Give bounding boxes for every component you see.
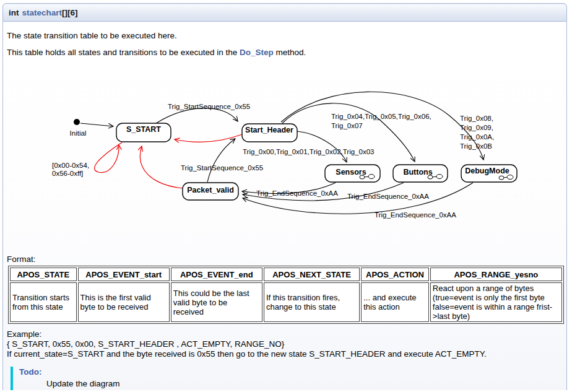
col-header-apos-range-yesno: APOS_RANGE_yesno xyxy=(430,268,562,281)
todo-text: Update the diagram xyxy=(46,379,563,388)
transition-sstart-to-startheader xyxy=(156,108,238,123)
label-to-debug-line4: Trig_0x0B xyxy=(460,142,492,150)
format-table: APOS_STATE APOS_EVENT_start APOS_EVENT_e… xyxy=(8,266,564,324)
label-error-range-line2: 0x56-0xff] xyxy=(52,170,83,177)
member-array-suffix: [][6] xyxy=(62,8,78,17)
doxygen-page: intstatechart[][6] The state transition … xyxy=(0,0,572,392)
doc-detail: This table holds all states and transiti… xyxy=(7,40,563,57)
do-step-link[interactable]: Do_Step xyxy=(240,48,274,57)
doc-detail-tail: method. xyxy=(274,48,306,57)
col-header-apos-event-end: APOS_EVENT_end xyxy=(171,268,262,281)
cell-apos-state: Transition starts from this state xyxy=(10,282,77,322)
cell-apos-next-state: If this transition fires, change to this… xyxy=(264,282,360,322)
example-code: { S_START, 0x55, 0x00, S_START_HEADER , … xyxy=(7,339,563,349)
example-explanation: If current_state=S_START and the byte re… xyxy=(7,349,563,359)
member-return-type: int xyxy=(9,8,19,17)
label-to-buttons-line2: Trig_0x07 xyxy=(331,122,363,129)
example-block: Example: { S_START, 0x55, 0x00, S_START_… xyxy=(7,329,563,349)
cell-apos-range-yesno: React upon a range of bytes (true=event … xyxy=(430,282,562,322)
label-start-sequence-mid: Trig_StartSequence_0x55 xyxy=(181,164,263,172)
state-label-start-header: Start_Header xyxy=(245,126,293,134)
label-to-buttons-line1: Trig_0x04,Trig_0x05,Trig_0x06, xyxy=(331,113,431,120)
label-end-sequence-debug: Trig_EndSequence_0xAA xyxy=(375,211,456,219)
example-label: Example: xyxy=(7,329,563,339)
col-header-apos-action: APOS_ACTION xyxy=(361,268,429,281)
transition-initial-to-sstart xyxy=(80,123,113,126)
col-header-apos-next-state: APOS_NEXT_STATE xyxy=(264,268,360,281)
label-to-debug-line1: Trig_0x08, xyxy=(460,115,493,122)
format-table-body-row: Transition starts from this state This i… xyxy=(10,282,562,322)
transition-startheader-to-sensors xyxy=(297,131,347,162)
label-end-sequence-sensors: Trig_EndSequence_0xAA xyxy=(256,189,338,197)
cell-apos-action: ... and execute this action xyxy=(361,282,429,322)
todo-block: Todo: Update the diagram xyxy=(11,367,563,390)
initial-state-dot xyxy=(74,119,80,125)
cell-apos-event-start: This is the first valid byte to be recei… xyxy=(78,282,170,322)
label-end-sequence-buttons: Trig_EndSequence_0xAA xyxy=(347,193,429,200)
statechart-diagram: Initial S_START Start_Header Sensors But… xyxy=(4,58,567,249)
member-name-link[interactable]: statechart xyxy=(22,8,63,17)
col-header-apos-event-start: APOS_EVENT_start xyxy=(78,268,170,281)
todo-label: Todo: xyxy=(19,367,563,377)
col-header-apos-state: APOS_STATE xyxy=(10,268,77,281)
label-to-debug-line2: Trig_0x09, xyxy=(460,124,493,131)
label-error-range-line1: [0x00-0x54, xyxy=(52,162,89,169)
doc-detail-text: This table holds all states and transiti… xyxy=(7,48,240,57)
member-documentation: The state transition table to be execute… xyxy=(2,22,567,390)
label-to-sensors: Trig_0x00,Trig_0x01,Trig_0x02,Trig_0x03 xyxy=(243,148,374,155)
transition-sstart-selfloop-error xyxy=(95,142,122,173)
state-label-packet-valid: Packet_valid xyxy=(187,186,234,194)
state-label-buttons: Buttons xyxy=(403,168,432,176)
member-item: intstatechart[][6] The state transition … xyxy=(2,3,567,390)
transition-packetvalid-to-sstart-error xyxy=(140,146,183,188)
label-to-debug-line3: Trig_0x0A, xyxy=(460,133,494,141)
initial-state-label: Initial xyxy=(70,129,87,137)
state-label-s-start: S_START xyxy=(126,125,161,134)
doc-brief: The state transition table to be execute… xyxy=(7,22,563,40)
state-label-debugmode: DebugMode xyxy=(465,167,509,175)
format-label: Format: xyxy=(7,255,563,264)
label-start-sequence-top: Trig_StartSequence_0x55 xyxy=(168,103,250,110)
format-table-header-row: APOS_STATE APOS_EVENT_start APOS_EVENT_e… xyxy=(10,268,562,281)
transition-packetvalid-to-startheader xyxy=(207,139,235,182)
member-prototype-header: intstatechart[][6] xyxy=(2,3,567,22)
cell-apos-event-end: This could be the last valid byte to be … xyxy=(171,282,262,322)
